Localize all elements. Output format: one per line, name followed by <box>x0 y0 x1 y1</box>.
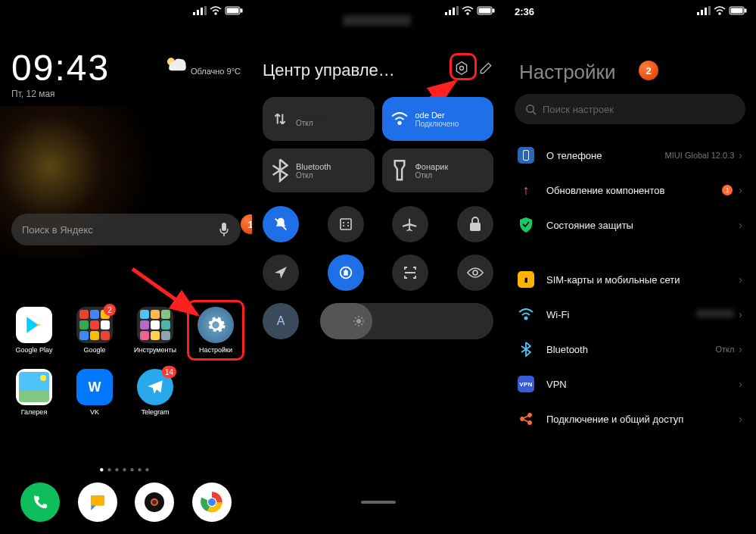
status-bar-2 <box>445 6 495 15</box>
settings-row-sim[interactable]: ▮ SIM-карты и мобильные сети › <box>504 262 756 297</box>
dock-messages[interactable] <box>78 482 117 522</box>
share-icon <box>518 411 534 427</box>
vpn-icon: VPN <box>518 376 534 392</box>
svg-point-13 <box>208 498 216 506</box>
chevron-right-icon: › <box>739 219 742 231</box>
redacted-carrier <box>343 15 411 26</box>
dock-camera[interactable] <box>135 482 174 522</box>
app-telegram[interactable]: 14 Telegram <box>132 369 178 416</box>
svg-rect-25 <box>341 219 351 230</box>
svg-rect-28 <box>344 271 347 275</box>
svg-point-29 <box>473 270 478 275</box>
svg-point-50 <box>521 417 524 420</box>
page-indicator[interactable]: ●●●●●●● <box>0 465 252 473</box>
weather-widget[interactable]: Облачно 9°C <box>163 53 241 76</box>
svg-rect-46 <box>731 8 742 13</box>
status-bar <box>193 6 243 15</box>
svg-rect-42 <box>708 6 711 15</box>
battery-icon <box>477 6 495 15</box>
svg-rect-0 <box>193 12 195 15</box>
settings-list: О телефоне MIUI Global 12.0.3 › ↑ Обновл… <box>504 138 756 436</box>
svg-line-53 <box>524 416 528 418</box>
search-placeholder: Поиск в Яндекс <box>22 224 93 236</box>
settings-row-share[interactable]: Подключение и общий доступ › <box>504 401 756 436</box>
svg-rect-20 <box>493 9 494 12</box>
settings-app-panel: 2:36 Настройки 2 Поиск настроек О телефо… <box>504 0 756 534</box>
wifi-icon <box>462 6 474 15</box>
svg-rect-45 <box>745 9 746 12</box>
settings-row-wifi[interactable]: Wi-Fi › <box>504 297 756 332</box>
svg-rect-41 <box>705 8 707 15</box>
tile-bluetooth[interactable]: BluetoothОткл <box>263 148 375 192</box>
signal-icon <box>193 6 207 15</box>
clock-time: 09:43 <box>11 47 110 89</box>
signal-icon <box>445 6 459 15</box>
chevron-right-icon: › <box>739 378 742 390</box>
tile-wifi[interactable]: ode DerПодключено <box>382 97 494 141</box>
clock-widget[interactable]: 09:43 Пт, 12 мая <box>11 47 110 99</box>
chevron-right-icon: › <box>739 149 742 161</box>
edit-icon[interactable] <box>478 61 493 76</box>
svg-rect-16 <box>453 8 455 15</box>
svg-rect-40 <box>701 10 703 15</box>
battery-icon <box>225 6 243 15</box>
svg-line-37 <box>355 324 356 326</box>
microphone-icon[interactable] <box>218 222 230 237</box>
flashlight-icon <box>391 158 408 182</box>
toggle-screenshot[interactable] <box>328 206 364 242</box>
app-vk[interactable]: W VK <box>72 369 117 416</box>
tile-flashlight[interactable]: ФонарикОткл <box>382 148 494 192</box>
dock-chrome[interactable] <box>192 482 232 522</box>
dock-phone[interactable] <box>20 482 60 522</box>
cloud-icon <box>163 53 188 73</box>
settings-search[interactable]: Поиск настроек <box>515 94 745 124</box>
svg-point-43 <box>719 13 720 14</box>
dock <box>0 482 252 525</box>
toggle-location[interactable] <box>263 255 299 291</box>
shield-icon <box>518 217 534 233</box>
toggle-rotation[interactable] <box>328 255 364 291</box>
app-folder-tools[interactable]: Инструменты <box>132 307 178 354</box>
settings-row-about[interactable]: О телефоне MIUI Global 12.0.3 › <box>504 138 756 173</box>
chevron-right-icon: › <box>739 413 742 425</box>
drag-handle[interactable] <box>361 501 396 504</box>
annotation-highlight-gear <box>450 53 477 80</box>
control-center-title: Центр управле… <box>263 61 395 80</box>
svg-line-54 <box>524 420 528 422</box>
settings-row-update[interactable]: ↑ Обновление компонентов 1 › <box>504 173 756 208</box>
folder-badge: 2 <box>104 304 116 316</box>
annotation-badge-1: 1 <box>241 214 252 234</box>
app-google-play[interactable]: Google Play <box>11 307 57 354</box>
svg-line-36 <box>361 324 362 326</box>
bluetooth-icon <box>272 158 288 182</box>
svg-rect-9 <box>222 223 226 231</box>
brightness-slider[interactable] <box>320 303 493 339</box>
svg-point-30 <box>356 319 361 323</box>
svg-rect-14 <box>445 12 447 15</box>
lock-icon <box>468 217 482 232</box>
wifi-icon <box>518 306 534 323</box>
scan-icon <box>403 265 418 280</box>
toggle-eye[interactable] <box>457 255 493 291</box>
settings-title: Настройки <box>519 61 616 84</box>
settings-row-vpn[interactable]: VPN VPN › <box>504 367 756 401</box>
svg-rect-6 <box>241 9 242 12</box>
settings-row-bluetooth[interactable]: Bluetooth Откл › <box>504 332 756 367</box>
yandex-search-bar[interactable]: Поиск в Яндекс <box>11 214 241 245</box>
bell-off-icon <box>272 216 289 233</box>
svg-rect-3 <box>204 6 207 15</box>
app-folder-google[interactable]: 2 Google <box>72 307 117 354</box>
telegram-badge: 14 <box>162 366 176 378</box>
toggle-lock[interactable] <box>457 206 493 242</box>
app-gallery[interactable]: Галерея <box>11 369 57 416</box>
search-icon <box>525 104 537 115</box>
settings-row-security[interactable]: Состояние защиты › <box>504 208 756 242</box>
redacted-wifi-name <box>696 310 734 317</box>
airplane-icon <box>402 216 418 233</box>
toggle-auto-brightness[interactable]: A <box>263 303 299 339</box>
toggle-airplane[interactable] <box>392 206 428 242</box>
toggle-mute[interactable] <box>263 206 299 242</box>
svg-rect-15 <box>449 10 451 15</box>
tile-mobile-data[interactable]: Откл <box>263 97 375 141</box>
toggle-scan[interactable] <box>392 255 428 291</box>
